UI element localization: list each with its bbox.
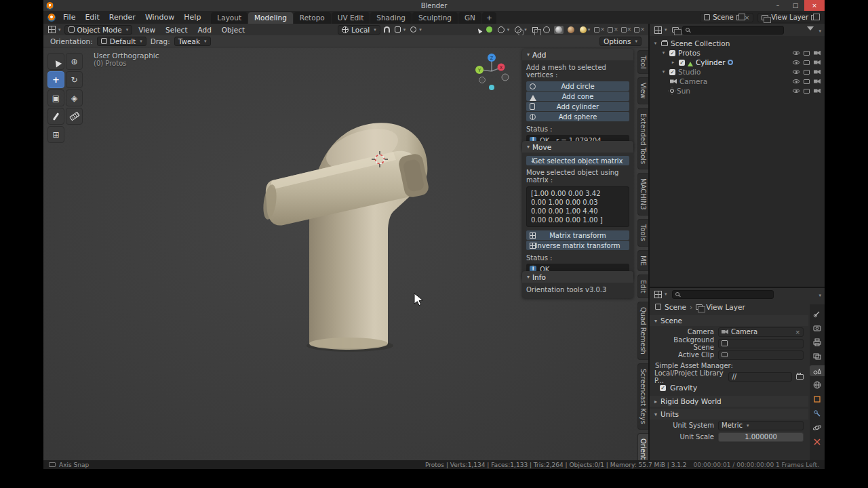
unlink-scene-icon[interactable]	[745, 14, 750, 21]
scene-selector[interactable]: Scene	[700, 13, 753, 22]
render-disable-icon[interactable]	[814, 70, 821, 75]
close-button[interactable]: ×	[804, 0, 825, 11]
blender-menu-icon[interactable]	[47, 14, 56, 22]
tab-scene-properties[interactable]	[810, 365, 825, 376]
menu-object[interactable]: Object	[218, 26, 249, 34]
mode-dropdown[interactable]: Object Mode	[64, 25, 133, 35]
tab-tool-properties[interactable]	[810, 308, 825, 319]
addon-widget-2[interactable]	[608, 26, 618, 33]
add-cube-tool[interactable]: ⊞	[47, 126, 64, 143]
tab-render-properties[interactable]	[810, 323, 825, 333]
folder-browse-icon[interactable]	[796, 374, 804, 380]
viewport-disable-icon[interactable]	[804, 70, 810, 75]
add-workspace-button[interactable]: +	[482, 12, 496, 24]
snap-toggle[interactable]	[382, 24, 391, 35]
tab-view-layer-properties[interactable]	[810, 351, 825, 362]
viewport-disable-icon[interactable]	[804, 89, 810, 94]
transform-tool[interactable]: ◈	[66, 89, 83, 106]
scene-section-header[interactable]: Scene	[650, 315, 808, 326]
proportional-edit-toggle[interactable]	[409, 24, 423, 35]
sidebar-tab-screencast-keys[interactable]: Screencast Keys	[637, 363, 648, 430]
tab-modeling[interactable]: Modeling	[248, 12, 293, 24]
matrix-transform-button[interactable]: Matrix transform	[526, 230, 629, 240]
breadcrumb-view-layer[interactable]: View Layer	[706, 303, 745, 311]
outliner-filter-icon[interactable]	[807, 26, 814, 34]
sidebar-tab-machin3[interactable]: MACHIN3	[637, 173, 648, 216]
hide-eye-icon[interactable]	[793, 89, 800, 93]
collection-checkbox[interactable]	[669, 50, 675, 56]
outliner-row-studio[interactable]: Studio	[652, 67, 822, 77]
panel-move-header[interactable]: Move	[522, 141, 633, 152]
panel-add-header[interactable]: Add	[522, 49, 633, 60]
add-sphere-button[interactable]: Add sphere	[526, 112, 629, 121]
rigid-body-section-header[interactable]: Rigid Body World	[650, 396, 808, 407]
outliner-row-scene-collection[interactable]: Scene Collection	[652, 39, 822, 48]
new-scene-icon[interactable]	[736, 15, 742, 20]
tab-data-properties[interactable]	[810, 436, 825, 447]
outliner-row-camera[interactable]: Camera	[652, 77, 822, 86]
scale-tool[interactable]: ▣	[47, 89, 64, 106]
outliner-search-input[interactable]	[682, 26, 784, 35]
tab-physics-properties[interactable]	[810, 422, 825, 433]
add-circle-button[interactable]: Add circle	[526, 81, 629, 91]
maximize-button[interactable]: □	[787, 0, 804, 11]
properties-search-input[interactable]	[672, 290, 774, 299]
menu-help[interactable]: Help	[179, 11, 205, 24]
sidebar-tab-me[interactable]: ME	[637, 250, 648, 271]
active-clip-field[interactable]	[718, 350, 804, 360]
camera-unlink-icon[interactable]	[795, 329, 800, 336]
get-matrix-button[interactable]: ↓Get selected object matrix	[526, 156, 629, 165]
new-view-layer-icon[interactable]	[811, 15, 816, 20]
editor-type-button[interactable]	[47, 24, 62, 35]
snap-indicator-button[interactable]	[485, 24, 494, 35]
gizmos-dropdown[interactable]	[496, 24, 511, 35]
sidebar-tab-tools[interactable]: Tools	[637, 219, 648, 247]
drag-dropdown[interactable]: Tweak	[174, 37, 211, 46]
object-checkbox[interactable]	[679, 60, 685, 66]
render-disable-icon[interactable]	[814, 79, 821, 84]
menu-view[interactable]: View	[134, 26, 159, 34]
viewport-disable-icon[interactable]	[804, 51, 810, 56]
snap-target-dropdown[interactable]	[393, 24, 408, 35]
3d-viewport[interactable]: User Orthographic (0) Protos ⊕ + ↻ ▣ ◈ ⊞…	[43, 47, 648, 460]
outliner-filter-dropdown[interactable]	[817, 26, 821, 35]
add-cylinder-button[interactable]: Add cylinder	[526, 102, 629, 111]
add-cone-button[interactable]: Add cone	[526, 92, 629, 101]
outliner-row-cylinder[interactable]: Cylinder	[652, 58, 822, 67]
viewport-disable-icon[interactable]	[804, 79, 810, 84]
outliner-editor-type-button[interactable]	[653, 25, 669, 35]
outliner-display-mode-icon[interactable]	[672, 27, 679, 33]
gizmo-pointer-button[interactable]	[475, 24, 482, 35]
tab-world-properties[interactable]	[810, 380, 825, 390]
render-disable-icon[interactable]	[814, 89, 821, 94]
shading-material-button[interactable]	[566, 26, 576, 34]
menu-file[interactable]: File	[58, 11, 80, 24]
properties-options-dropdown[interactable]	[817, 290, 821, 299]
menu-select[interactable]: Select	[161, 26, 191, 34]
viewport-disable-icon[interactable]	[804, 60, 810, 65]
navigation-gizmo[interactable]: Z Y X	[450, 49, 532, 98]
addon-widget-1[interactable]	[594, 26, 605, 33]
measure-tool[interactable]	[66, 108, 83, 125]
transform-orientation-dropdown[interactable]: Local	[338, 25, 380, 35]
tab-object-properties[interactable]	[810, 394, 825, 405]
menu-edit[interactable]: Edit	[80, 11, 104, 24]
sidebar-tab-extended-tools[interactable]: Extended Tools	[637, 108, 648, 169]
inverse-matrix-transform-button[interactable]: Inverse matrix transform	[526, 241, 629, 250]
shading-rendered-button[interactable]	[578, 26, 592, 34]
properties-editor-type-button[interactable]	[653, 289, 669, 300]
breadcrumb-scene[interactable]: Scene	[665, 303, 686, 311]
menu-window[interactable]: Window	[140, 11, 179, 24]
units-section-header[interactable]: Units	[650, 409, 808, 420]
sidebar-tab-edit[interactable]: Edit	[637, 274, 648, 298]
orientation-default-dropdown[interactable]: Default	[97, 37, 146, 46]
menu-render[interactable]: Render	[104, 11, 140, 24]
render-disable-icon[interactable]	[814, 60, 821, 65]
addon-widget-4[interactable]	[634, 26, 645, 33]
move-tool[interactable]: +	[47, 71, 64, 88]
tab-uv-edit[interactable]: UV Edit	[332, 12, 370, 24]
tab-layout[interactable]: Layout	[211, 12, 248, 24]
select-box-tool[interactable]	[47, 53, 64, 70]
view-layer-selector[interactable]: View Layer	[757, 13, 821, 22]
expand-icon[interactable]	[652, 41, 658, 46]
